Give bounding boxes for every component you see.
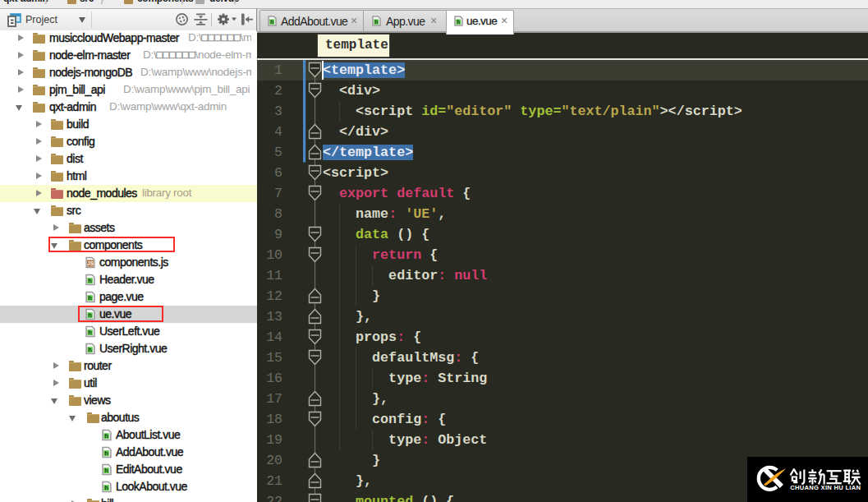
svg-text:h: h	[374, 19, 378, 25]
svg-text:CHUANG XIN HU LIAN: CHUANG XIN HU LIAN	[790, 484, 861, 491]
svg-text:h: h	[270, 19, 273, 25]
svg-text:h: h	[457, 19, 460, 25]
